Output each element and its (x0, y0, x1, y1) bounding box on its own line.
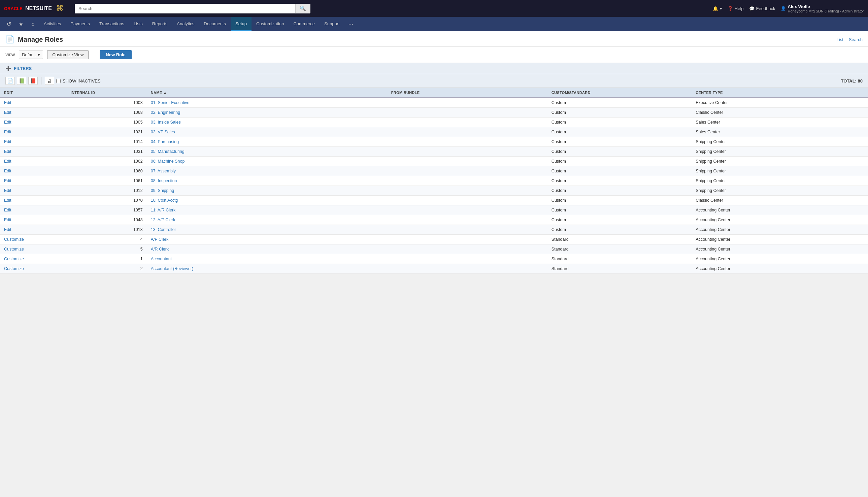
edit-link[interactable]: Edit (4, 110, 12, 115)
total-count-label: TOTAL: 80 (841, 79, 863, 84)
edit-link[interactable]: Edit (4, 208, 12, 212)
export-excel-button[interactable]: 📗 (17, 77, 26, 85)
edit-link[interactable]: Edit (4, 139, 12, 144)
nav-home-icon[interactable]: ⌂ (27, 18, 39, 30)
nav-more-button[interactable]: ··· (346, 20, 356, 28)
table-toolbar-divider (41, 77, 41, 85)
nav-item-lists[interactable]: Lists (129, 17, 147, 31)
nav-item-commerce[interactable]: Commerce (288, 17, 319, 31)
search-input[interactable] (75, 4, 295, 13)
from-bundle-cell (387, 215, 547, 225)
nav-item-customization[interactable]: Customization (252, 17, 288, 31)
edit-link[interactable]: Customize (4, 257, 24, 261)
name-link[interactable]: 03: VP Sales (151, 130, 175, 134)
name-link[interactable]: 08: Inspection (151, 179, 177, 183)
nav-item-support[interactable]: Support (319, 17, 344, 31)
name-link[interactable]: 03: Inside Sales (151, 120, 181, 125)
table-row: Customize2Accountant (Reviewer)StandardA… (0, 264, 868, 274)
edit-link[interactable]: Edit (4, 159, 12, 164)
edit-link[interactable]: Edit (4, 130, 12, 134)
nav-item-reports[interactable]: Reports (147, 17, 172, 31)
edit-link[interactable]: Edit (4, 198, 12, 203)
view-select[interactable]: Default ▾ (19, 51, 43, 59)
center-type-cell: Accounting Center (692, 254, 868, 264)
from-bundle-cell (387, 117, 547, 127)
feedback-button[interactable]: 💬 Feedback (749, 6, 775, 11)
edit-link[interactable]: Edit (4, 227, 12, 232)
nav-item-documents[interactable]: Documents (199, 17, 231, 31)
edit-link[interactable]: Edit (4, 169, 12, 173)
name-link[interactable]: 06: Machine Shop (151, 159, 185, 164)
list-action-link[interactable]: List (837, 37, 843, 42)
user-icon: 👤 (781, 6, 786, 11)
nav-star-icon[interactable]: ★ (15, 18, 27, 30)
edit-link[interactable]: Customize (4, 266, 24, 271)
search-area: 🔍 (75, 4, 310, 13)
feedback-icon: 💬 (749, 6, 755, 11)
print-button[interactable]: 🖨 (45, 77, 54, 85)
customize-view-button[interactable]: Customize View (47, 50, 88, 59)
internal-id-cell: 1048 (67, 215, 147, 225)
export-pdf-button[interactable]: 📕 (28, 77, 38, 85)
center-type-cell: Accounting Center (692, 235, 868, 244)
edit-link[interactable]: Edit (4, 188, 12, 193)
name-link[interactable]: 10: Cost Acctg (151, 198, 178, 203)
nav-item-transactions[interactable]: Transactions (95, 17, 129, 31)
help-button[interactable]: ❓ Help (728, 6, 744, 11)
filters-bar[interactable]: ➕ FILTERS (0, 63, 868, 74)
edit-link[interactable]: Customize (4, 247, 24, 252)
search-button[interactable]: 🔍 (295, 4, 310, 13)
internal-id-cell: 1005 (67, 117, 147, 127)
nav-back-icon[interactable]: ↺ (3, 18, 15, 30)
nav-item-setup[interactable]: Setup (231, 17, 252, 31)
netsuite-icon: ⌘ (56, 4, 63, 13)
internal-id-cell: 4 (67, 235, 147, 244)
edit-link[interactable]: Edit (4, 100, 12, 105)
internal-id-cell: 1021 (67, 127, 147, 137)
name-link[interactable]: 05: Manufacturing (151, 149, 185, 154)
internal-id-cell: 1060 (67, 166, 147, 176)
custom-standard-cell: Standard (547, 235, 692, 244)
name-link[interactable]: 01: Senior Executive (151, 100, 189, 105)
edit-link[interactable]: Edit (4, 149, 12, 154)
name-link[interactable]: Accountant (Reviewer) (151, 266, 193, 271)
nav-item-payments[interactable]: Payments (66, 17, 95, 31)
edit-link[interactable]: Customize (4, 237, 24, 242)
notification-icon: 🔔 (713, 6, 718, 11)
name-link[interactable]: 09: Shipping (151, 188, 174, 193)
plain-text-icon: 📄 (8, 78, 13, 84)
custom-standard-cell: Custom (547, 98, 692, 108)
from-bundle-cell (387, 166, 547, 176)
custom-standard-cell: Custom (547, 196, 692, 205)
custom-standard-cell: Custom (547, 186, 692, 196)
show-inactives-checkbox-group[interactable]: SHOW INACTIVES (56, 79, 101, 84)
table-row: Edit107010: Cost AcctgCustomClassic Cent… (0, 196, 868, 205)
edit-link[interactable]: Edit (4, 217, 12, 222)
name-link[interactable]: 07: Assembly (151, 169, 176, 173)
new-role-button[interactable]: New Role (100, 50, 132, 59)
name-link[interactable]: A/R Clerk (151, 247, 169, 252)
export-plain-text-button[interactable]: 📄 (5, 77, 15, 85)
table-row: Edit106206: Machine ShopCustomShipping C… (0, 157, 868, 166)
internal-id-cell: 1031 (67, 147, 147, 157)
name-link[interactable]: A/P Clerk (151, 237, 169, 242)
center-type-cell: Shipping Center (692, 166, 868, 176)
user-info[interactable]: 👤 Alex Wolfe Honeycomb Mfg SDN (Trailing… (781, 4, 864, 13)
search-action-link[interactable]: Search (849, 37, 863, 42)
edit-link[interactable]: Edit (4, 179, 12, 183)
name-link[interactable]: Accountant (151, 257, 172, 261)
name-link[interactable]: 13: Controller (151, 227, 176, 232)
col-header-internal-id[interactable]: INTERNAL ID (67, 88, 147, 98)
name-link[interactable]: 02: Engineering (151, 110, 181, 115)
nav-item-activities[interactable]: Activities (39, 17, 66, 31)
custom-standard-cell: Custom (547, 225, 692, 235)
col-header-name[interactable]: NAME ▲ (147, 88, 387, 98)
name-link[interactable]: 04: Purchasing (151, 139, 179, 144)
filters-expand-icon: ➕ (5, 66, 11, 71)
show-inactives-checkbox[interactable] (56, 79, 61, 83)
notification-button[interactable]: 🔔 ▾ (713, 6, 722, 11)
edit-link[interactable]: Edit (4, 120, 12, 125)
name-link[interactable]: 11: A/R Clerk (151, 208, 176, 212)
name-link[interactable]: 12: A/P Clerk (151, 217, 175, 222)
nav-item-analytics[interactable]: Analytics (172, 17, 199, 31)
